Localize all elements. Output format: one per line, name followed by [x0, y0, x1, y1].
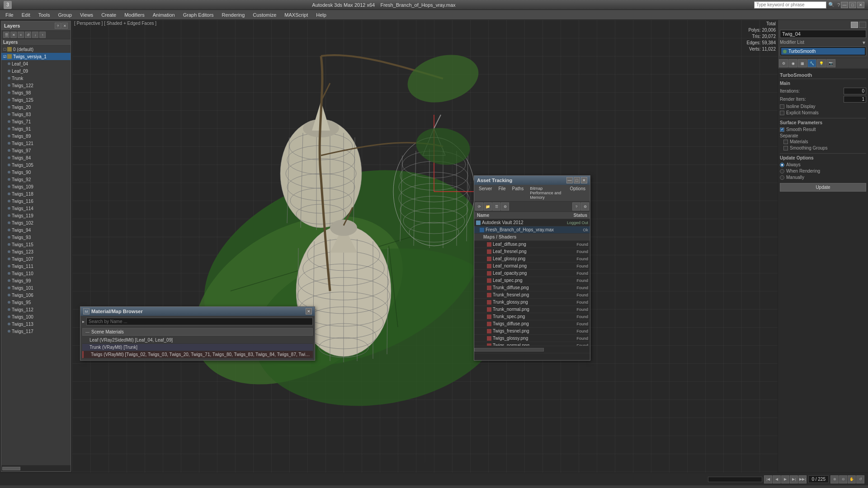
timeline-progress[interactable]	[708, 477, 762, 482]
material-browser-close[interactable]: ✕	[306, 308, 312, 314]
asset-refresh-btn[interactable]: ⟳	[475, 202, 483, 211]
asset-settings-btn[interactable]: ⚙	[501, 202, 509, 211]
layer-item-twigs99[interactable]: Twigs_99	[1, 277, 71, 284]
go-start-btn[interactable]: |◀	[764, 475, 772, 483]
layer-item-twigs89[interactable]: Twigs_89	[1, 132, 71, 140]
isoline-display-checkbox[interactable]	[780, 104, 784, 109]
menu-help[interactable]: Help	[312, 11, 330, 19]
layer-item-twigs71[interactable]: Twigs_71	[1, 118, 71, 125]
orbit-btn[interactable]: ↺	[856, 475, 864, 483]
asset-row-vault[interactable]: Autodesk Vault 2012 Logged Out	[474, 219, 590, 226]
when-rendering-radio[interactable]	[780, 169, 784, 174]
layer-item-twigs83[interactable]: Twigs_83	[1, 111, 71, 118]
smooth-result-checkbox[interactable]: ✓	[780, 127, 784, 132]
layer-item-twigs20[interactable]: Twigs_20	[1, 103, 71, 111]
menu-modifiers[interactable]: Modifiers	[121, 11, 148, 19]
layer-item-twigs119[interactable]: Twigs_119	[1, 212, 71, 219]
menu-tools[interactable]: Tools	[35, 11, 54, 19]
asset-row-twigs-glossy[interactable]: Twigs_glossy.png Found	[474, 335, 590, 342]
asset-row-leaf-diffuse[interactable]: Leaf_diffuse.png Found	[474, 241, 590, 248]
color-swatch-1[interactable]	[851, 22, 858, 28]
close-button[interactable]: ✕	[857, 2, 864, 8]
asset-row-twigs-diffuse[interactable]: Twigs_diffuse.png Found	[474, 320, 590, 328]
maximize-button[interactable]: □	[849, 2, 856, 8]
layer-item-twigs111[interactable]: Twigs_111	[1, 263, 71, 270]
prev-frame-btn[interactable]: ◀	[773, 475, 781, 483]
asset-hscroll-thumb[interactable]	[474, 348, 544, 352]
asset-hscroll[interactable]	[474, 346, 590, 353]
layer-item-twigs91[interactable]: Twigs_91	[1, 125, 71, 132]
asset-tracking-close[interactable]: ✕	[581, 177, 587, 183]
layer-item-twigs84[interactable]: Twigs_84	[1, 154, 71, 161]
layer-item-twigs107[interactable]: Twigs_107	[1, 255, 71, 263]
menu-customize[interactable]: Customize	[249, 11, 280, 19]
layer-item-twigs106[interactable]: Twigs_106	[1, 291, 71, 299]
layers-close-btn[interactable]: ✕	[61, 23, 68, 29]
layer-item-twigs100[interactable]: Twigs_100	[1, 313, 71, 320]
layer-item-twigs116[interactable]: Twigs_116	[1, 197, 71, 205]
explicit-normals-checkbox[interactable]	[780, 111, 784, 115]
layer-item-twigs105[interactable]: Twigs_105	[1, 161, 71, 169]
layer-item-twigs101[interactable]: Twigs_101	[1, 284, 71, 291]
modifier-dropdown-btn[interactable]: ▼	[862, 40, 866, 45]
layers-add-btn[interactable]: +	[18, 32, 24, 38]
asset-folder-btn[interactable]: 📁	[484, 202, 492, 211]
asset-tracking-minimize[interactable]: —	[566, 177, 573, 183]
asset-row-maxfile[interactable]: Fresh_Branch_of_Hops_vray.max Ok	[474, 226, 590, 234]
zoom-out-btn[interactable]: ⊖	[839, 475, 847, 483]
menu-animation[interactable]: Animation	[149, 11, 179, 19]
menu-group[interactable]: Group	[54, 11, 75, 19]
asset-row-trunk-glossy[interactable]: Trunk_glossy.png Found	[474, 299, 590, 306]
layers-refresh-btn[interactable]: ↺	[25, 32, 31, 38]
asset-tracking-titlebar[interactable]: Asset Tracking — □ ✕	[474, 176, 590, 185]
color-swatch-2[interactable]	[859, 22, 866, 28]
tab-icon-1[interactable]: ⚙	[779, 59, 788, 67]
search-input[interactable]	[754, 1, 826, 9]
layers-up-btn[interactable]: ↑	[39, 32, 46, 38]
asset-row-leaf-normal[interactable]: Leaf_normal.png Found	[474, 263, 590, 270]
tab-icon-5[interactable]: 💡	[817, 59, 826, 67]
layer-item-default[interactable]: ☐ 0 (default)	[1, 46, 71, 53]
zoom-btn[interactable]: ⊕	[830, 475, 839, 483]
menu-edit[interactable]: Edit	[18, 11, 34, 19]
layer-item-twigs112[interactable]: Twigs_112	[1, 306, 71, 313]
menu-rendering[interactable]: Rendering	[218, 11, 249, 19]
layers-list[interactable]: ☐ 0 (default) ☑ Twigs_versiya_1 Leaf_04 …	[1, 46, 71, 465]
layer-item-twigs98[interactable]: Twigs_98	[1, 89, 71, 96]
go-end-btn[interactable]: ▶▶|	[798, 475, 807, 483]
play-btn[interactable]: ▶	[781, 475, 789, 483]
viewport[interactable]: [ Perspective ] [ Shaded + Edged Faces ]…	[72, 20, 778, 473]
asset-row-trunk-fresnel[interactable]: Trunk_fresnel.png Found	[474, 291, 590, 299]
asset-row-trunk-diffuse[interactable]: Trunk_diffuse.png Found	[474, 284, 590, 291]
mat-item-leaf[interactable]: Leaf (VRay2SidedMtl) [Leaf_04, Leaf_09]	[82, 337, 313, 344]
turbosmooth-modifier[interactable]: TurboSmooth	[781, 48, 865, 55]
tab-icon-6[interactable]: 📷	[826, 59, 835, 67]
layer-item-twigs122[interactable]: Twigs_122	[1, 82, 71, 89]
layer-item-twigs97[interactable]: Twigs_97	[1, 147, 71, 154]
layers-scrollbar[interactable]	[1, 465, 71, 471]
layer-item-twigs92[interactable]: Twigs_92	[1, 176, 71, 183]
asset-row-trunk-normal[interactable]: Trunk_normal.png Found	[474, 306, 590, 313]
asset-row-leaf-spec[interactable]: Leaf_spec.png Found	[474, 277, 590, 284]
layer-item-twigs115[interactable]: Twigs_115	[1, 241, 71, 248]
layer-item-leaf04[interactable]: Leaf_04	[1, 60, 71, 67]
render-iters-input[interactable]	[844, 96, 866, 103]
asset-menu-options[interactable]: Options	[567, 186, 588, 200]
layer-item-twigs118[interactable]: Twigs_118	[1, 190, 71, 197]
asset-table-content[interactable]: Autodesk Vault 2012 Logged Out Fresh_Bra…	[474, 219, 590, 346]
layers-hscroll-thumb[interactable]	[2, 467, 20, 470]
tab-icon-4[interactable]: 🔧	[807, 59, 816, 67]
menu-graph-editors[interactable]: Graph Editors	[179, 11, 217, 19]
material-search-input[interactable]	[86, 318, 313, 325]
window-controls[interactable]: — □ ✕	[841, 2, 864, 8]
always-radio[interactable]	[780, 163, 784, 167]
layer-item-twigs-versiya[interactable]: ☑ Twigs_versiya_1	[1, 53, 71, 60]
asset-list-btn[interactable]: ☰	[492, 202, 500, 211]
layer-item-twigs95[interactable]: Twigs_95	[1, 299, 71, 306]
layer-item-trunk[interactable]: Trunk	[1, 75, 71, 82]
menu-maxscript[interactable]: MAXScript	[281, 11, 311, 19]
asset-row-leaf-opacity[interactable]: Leaf_opacity.png Found	[474, 270, 590, 277]
layer-item-twigs93[interactable]: Twigs_93	[1, 234, 71, 241]
mat-item-trunk[interactable]: Trunk (VRayMtl) [Trunk]	[82, 344, 313, 351]
update-button[interactable]: Update	[780, 183, 866, 192]
